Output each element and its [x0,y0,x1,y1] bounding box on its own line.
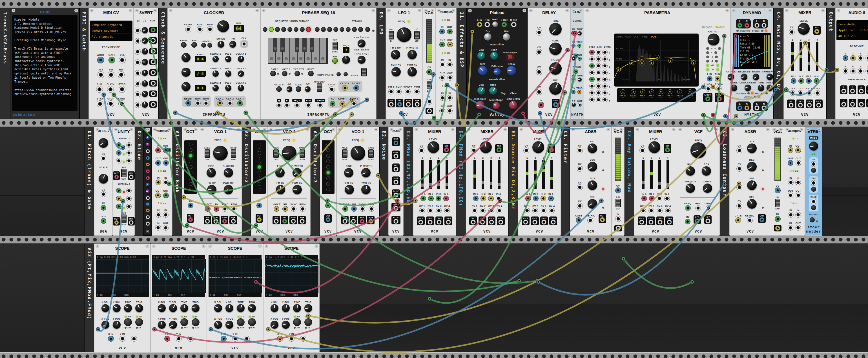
jack-cv[interactable] [427,69,432,75]
jack-jack[interactable] [116,151,121,155]
jack-cv-1[interactable] [790,90,795,95]
jack-pwm[interactable] [300,206,305,211]
channel-fader-1[interactable] [526,160,528,189]
knob-trig[interactable] [304,304,312,312]
jack-jack[interactable] [596,57,601,61]
knob-size[interactable] [478,66,488,76]
band-number-6[interactable]: 6 [668,89,673,94]
knob-pw[interactable] [229,41,236,48]
channel-fader-1[interactable] [642,160,645,189]
jack-oct[interactable] [257,217,261,222]
knob-low[interactable] [477,52,485,60]
jack-in-3[interactable] [657,196,662,201]
switch-0[interactable] [414,31,420,39]
octave-led-6[interactable] [257,176,261,180]
knob-level[interactable] [798,23,810,35]
jack-in-2[interactable] [428,196,433,201]
knob-knee[interactable] [731,85,737,91]
jack-cv[interactable] [737,148,742,153]
jack-v-oct[interactable] [343,206,348,211]
jack-jack[interactable] [602,70,607,75]
jack-jack[interactable] [135,60,141,65]
jack-ch-4[interactable] [667,220,672,225]
octave-led-1[interactable] [257,148,261,152]
knob-knob[interactable] [282,146,297,160]
jack-oct[interactable] [326,217,330,222]
octave-led-3[interactable] [327,159,330,163]
channel-fader-2[interactable] [650,160,653,189]
jack-run[interactable] [306,102,311,108]
jack-jack[interactable] [602,84,607,89]
knob-fine[interactable] [344,168,353,177]
jack-in-4[interactable] [496,196,501,201]
switch-hard[interactable] [300,149,305,158]
jack-reset[interactable] [186,101,191,106]
jack-in[interactable] [538,102,544,108]
jack-out[interactable] [427,109,432,113]
jack-l[interactable] [738,23,742,28]
jack-sqr[interactable] [300,219,304,223]
knob-sus[interactable] [588,180,597,190]
step-button-6[interactable] [293,27,299,32]
jack-jack[interactable] [590,97,594,102]
jack-out[interactable] [447,29,452,34]
jack-out[interactable] [447,108,452,113]
step-button-2[interactable] [269,27,274,32]
jack-ch-1[interactable] [471,220,475,225]
jack-hpf[interactable] [706,219,710,223]
channel-fader-2[interactable] [482,160,484,189]
jack-cv[interactable] [640,148,645,153]
jack-ch-4[interactable] [499,220,503,225]
jack-cv-2[interactable] [649,208,654,213]
knob-attack[interactable] [727,73,734,80]
jack-jack[interactable] [146,222,150,226]
jack-sqr[interactable] [231,219,236,223]
vca-level-slider[interactable] [615,138,621,181]
jack-jack[interactable] [116,204,121,209]
jack-r-in[interactable] [485,22,490,27]
step-button-12[interactable] [333,27,338,32]
jack-5[interactable] [841,102,846,107]
jack-res[interactable] [695,206,701,211]
channel-fader-4[interactable] [666,160,669,189]
jack-jack[interactable] [596,50,601,55]
jack-clk-1[interactable] [217,101,222,106]
jack-jack[interactable] [146,170,150,173]
jack-ch-2[interactable] [798,103,803,108]
knob-x-y[interactable] [180,318,188,326]
jack-sqr[interactable] [415,102,420,107]
jack-jack[interactable] [135,102,141,108]
jack-out[interactable] [151,28,156,32]
button[interactable] [344,72,348,77]
jack-jack[interactable] [127,196,131,201]
jack-tri[interactable] [397,102,402,107]
jack-cv[interactable] [577,166,583,171]
jack-ch-2[interactable] [480,220,485,225]
band-number-5[interactable]: 5 [659,89,663,94]
jack-gate[interactable] [109,57,115,63]
switch-lin[interactable] [427,81,432,89]
jack-x-in[interactable] [277,336,283,341]
jack-in[interactable] [163,212,168,217]
jack-jack[interactable] [590,77,594,82]
jack-cv[interactable] [572,44,575,47]
jack-out[interactable] [440,75,445,80]
knob-res[interactable] [702,166,711,176]
knob-y-pos[interactable] [282,321,290,329]
jack-jack[interactable] [146,215,150,219]
jack-l[interactable] [755,23,759,28]
jack-jack[interactable] [146,156,150,160]
knob-low[interactable] [477,87,485,95]
knob-fdbk[interactable] [549,42,562,55]
jack-x[interactable] [284,102,289,108]
jack-strt[interactable] [97,101,103,107]
octave-led-6[interactable] [327,176,330,180]
jack-in[interactable] [788,212,793,217]
jack-pink[interactable] [394,154,398,158]
jack-out[interactable] [796,148,801,153]
knob-fine[interactable] [275,168,285,177]
jack-in[interactable] [571,78,576,82]
jack-6[interactable] [850,68,856,73]
jack-out[interactable] [151,70,156,75]
knob-rel[interactable] [747,199,757,209]
